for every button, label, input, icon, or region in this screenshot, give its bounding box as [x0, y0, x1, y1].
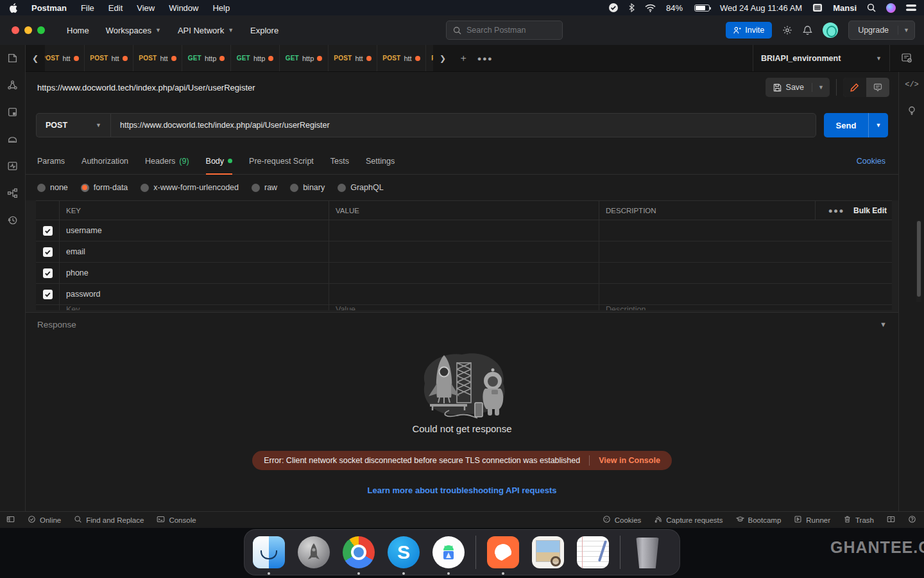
body-mode-raw[interactable]: raw [252, 183, 277, 192]
statusbar-runner[interactable]: Runner [794, 515, 830, 525]
cookies-link[interactable]: Cookies [857, 157, 886, 166]
zoom-window-button[interactable] [37, 26, 45, 34]
statusbar-split-pane-icon[interactable] [887, 515, 895, 525]
statusbar-capture[interactable]: Capture requests [654, 515, 723, 525]
method-select[interactable]: POST ▼ [36, 113, 110, 137]
dock-textedit-icon[interactable] [575, 534, 611, 570]
user-avatar[interactable] [823, 22, 838, 38]
wifi-icon[interactable] [645, 4, 656, 12]
spotlight-icon[interactable] [867, 3, 876, 12]
apis-icon[interactable] [6, 78, 19, 91]
tab-settings[interactable]: Settings [366, 148, 395, 175]
description-cell[interactable] [599, 241, 815, 262]
tab-headers[interactable]: Headers(9) [145, 148, 189, 175]
body-mode-x-www-form-urlencoded[interactable]: x-www-form-urlencoded [141, 183, 239, 192]
menu-view[interactable]: View [137, 3, 155, 13]
row-checkbox[interactable] [43, 226, 53, 236]
menu-bar-clock[interactable]: Wed 24 Aug 11:46 AM [720, 3, 802, 13]
search-input[interactable]: Search Postman [446, 21, 563, 40]
row-checkbox[interactable] [43, 290, 53, 299]
menu-postman[interactable]: Postman [31, 3, 67, 13]
statusbar-sidebar-toggle-icon[interactable] [6, 515, 15, 525]
environment-quick-look-icon[interactable] [889, 45, 924, 71]
scroll-tabs-right-button[interactable]: ❯ [433, 45, 452, 71]
send-options-chevron[interactable]: ▼ [869, 113, 888, 137]
table-scrollbar[interactable] [916, 221, 921, 302]
dock-android-studio-icon[interactable] [431, 534, 466, 570]
request-tab-9[interactable]: POSThtt [426, 45, 433, 71]
collections-icon[interactable] [6, 51, 19, 64]
tab-body[interactable]: Body [206, 148, 233, 175]
keyboard-layout-icon[interactable] [812, 3, 823, 12]
menu-help[interactable]: Help [212, 3, 230, 13]
row-checkbox[interactable] [43, 247, 53, 257]
key-cell[interactable]: phone [59, 263, 329, 283]
send-button[interactable]: Send ▼ [824, 113, 888, 137]
statusbar-search[interactable]: Find and Replace [74, 515, 144, 525]
row-checkbox[interactable] [43, 268, 53, 278]
control-center-icon[interactable] [906, 4, 916, 12]
nav-home[interactable]: Home [67, 26, 89, 35]
comments-button[interactable] [866, 78, 889, 97]
environment-selector[interactable]: BRIAPI_environment ▼ [753, 54, 889, 63]
statusbar-console[interactable]: Console [157, 515, 196, 525]
scroll-tabs-left-button[interactable]: ❮ [26, 45, 45, 71]
dock-postman-icon[interactable] [485, 534, 521, 570]
description-cell[interactable] [599, 263, 815, 283]
key-cell[interactable]: username [59, 220, 329, 241]
minimize-window-button[interactable] [24, 26, 32, 34]
bluetooth-icon[interactable] [629, 3, 635, 12]
description-cell[interactable] [599, 220, 815, 241]
apple-logo-icon[interactable] [9, 3, 17, 13]
save-options-chevron[interactable]: ▼ [812, 84, 830, 91]
nav-workspaces[interactable]: Workspaces▼ [106, 26, 161, 35]
settings-gear-icon[interactable] [782, 25, 792, 35]
description-cell[interactable] [599, 284, 815, 304]
history-icon[interactable] [6, 213, 19, 226]
collapse-response-chevron[interactable]: ▼ [880, 320, 887, 328]
body-mode-none[interactable]: none [37, 183, 68, 192]
menu-edit[interactable]: Edit [108, 3, 123, 13]
tab-authorization[interactable]: Authorization [81, 148, 128, 175]
statusbar-cookie[interactable]: Cookies [603, 515, 642, 525]
dock-skype-icon[interactable]: S [386, 534, 422, 570]
request-tab-1[interactable]: POSThtt [45, 45, 85, 71]
url-input[interactable]: https://www.docworld.tech/index.php/api/… [110, 113, 816, 137]
key-cell[interactable]: password [59, 284, 329, 304]
monitors-icon[interactable] [6, 159, 19, 172]
request-tab-2[interactable]: POSThtt [85, 45, 133, 71]
save-button[interactable]: Save ▼ [766, 78, 830, 97]
flows-icon[interactable] [6, 186, 19, 199]
table-options-ellipsis-button[interactable]: ●●● [828, 207, 844, 215]
key-cell[interactable]: email [59, 241, 329, 262]
request-tab-5[interactable]: GEThttp [231, 45, 280, 71]
statusbar-trash[interactable]: Trash [843, 515, 874, 525]
dock-launchpad-icon[interactable] [296, 534, 332, 570]
menu-file[interactable]: File [81, 3, 94, 13]
tab-pre-request-script[interactable]: Pre-request Script [249, 148, 314, 175]
tab-params[interactable]: Params [37, 148, 65, 175]
new-tab-plus-button[interactable]: ＋ [452, 45, 474, 71]
close-window-button[interactable] [12, 26, 19, 34]
value-cell[interactable] [329, 220, 599, 241]
invite-button[interactable]: Invite [726, 22, 772, 39]
body-mode-form-data[interactable]: form-data [81, 183, 128, 192]
value-cell[interactable] [329, 284, 599, 304]
body-mode-binary[interactable]: binary [290, 183, 325, 192]
value-cell[interactable] [329, 241, 599, 262]
statusbar-bootcamp[interactable]: Bootcamp [736, 515, 782, 525]
tab-options-ellipsis-button[interactable]: ●●● [474, 45, 496, 71]
dock-photos-icon[interactable] [530, 534, 566, 570]
tab-tests[interactable]: Tests [330, 148, 349, 175]
environments-icon[interactable] [6, 105, 19, 118]
mock-servers-icon[interactable] [6, 132, 19, 145]
menu-window[interactable]: Window [169, 3, 198, 13]
notifications-bell-icon[interactable] [803, 25, 812, 35]
request-tab-4[interactable]: GEThttp [182, 45, 231, 71]
lightbulb-icon[interactable] [899, 98, 924, 123]
view-in-console-link[interactable]: View in Console [599, 456, 660, 465]
edit-pencil-button[interactable] [843, 78, 866, 97]
statusbar-check-circle[interactable]: Online [28, 515, 61, 525]
statusbar-help-icon[interactable] [908, 515, 916, 525]
siri-icon[interactable] [886, 3, 896, 13]
